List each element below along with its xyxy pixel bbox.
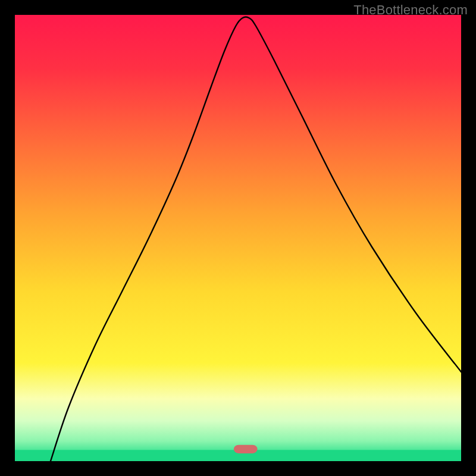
minimum-marker (234, 445, 258, 453)
watermark-text: TheBottleneck.com (353, 2, 468, 18)
plot-svg (15, 15, 461, 461)
chart-frame: TheBottleneck.com (0, 0, 476, 476)
plot-area (15, 15, 461, 461)
gradient-background (15, 15, 461, 461)
